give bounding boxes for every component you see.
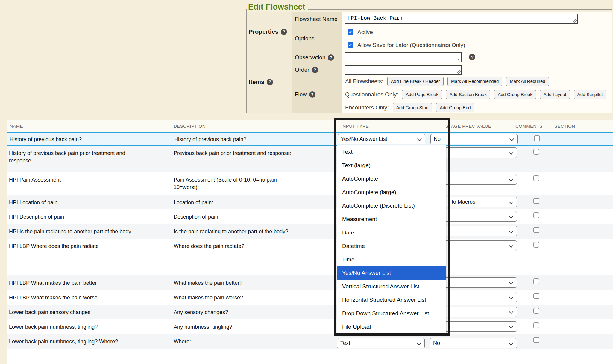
observation-input[interactable] <box>345 52 462 62</box>
table-row[interactable]: Lower back pain sensory changesAny senso… <box>7 305 613 319</box>
table-row[interactable]: HPI Is the pain radiating to another par… <box>7 224 613 239</box>
comments-checkbox[interactable] <box>533 278 539 284</box>
stage-prev-value: No <box>430 340 440 346</box>
flow-action-button[interactable]: Mark All Recommended <box>447 77 502 86</box>
dropdown-option[interactable]: AutoComplete <box>337 172 446 185</box>
flow-action-button[interactable]: Add Group End <box>436 103 474 112</box>
flow-action-button[interactable]: Add Section Break <box>446 90 490 99</box>
properties-cell: Properties ? <box>247 12 292 51</box>
comments-checkbox[interactable] <box>533 337 539 343</box>
item-description: Is the pain radiating to another part of… <box>174 228 335 235</box>
stage-prev-value: No <box>431 136 441 142</box>
chevron-down-icon <box>509 199 514 204</box>
flow-label: Flow <box>295 91 307 98</box>
flow-group-label[interactable]: Questionnaires Only: <box>345 91 398 98</box>
table-row[interactable]: HPI LBP What makes the pain betterWhat m… <box>7 275 613 290</box>
item-description: What makes the pain better? <box>174 279 335 287</box>
chevron-down-icon <box>509 324 514 329</box>
checkbox-checked[interactable]: ✓ <box>348 42 353 48</box>
help-icon[interactable]: ? <box>328 54 334 61</box>
items-cell: Items ? <box>247 51 292 113</box>
observation-label: Observation <box>295 54 325 61</box>
comments-checkbox[interactable] <box>533 149 539 155</box>
input-type-select[interactable]: Yes/No Answer List <box>338 134 425 144</box>
observation-label-cell: Observation ? <box>292 51 342 64</box>
help-icon[interactable]: ? <box>309 91 315 98</box>
column-header: SECTION <box>554 124 575 129</box>
chevron-down-icon <box>509 177 514 182</box>
item-description: History of previous back pain? <box>174 136 336 143</box>
dropdown-option[interactable]: AutoComplete (large) <box>337 185 446 199</box>
flow-label-cell: Flow ? <box>292 76 342 113</box>
item-name: HPI Pain Assessment <box>9 176 172 184</box>
item-description: Description of pain: <box>174 213 335 221</box>
flow-action-button[interactable]: Add Group Start <box>393 103 432 112</box>
help-icon[interactable]: ? <box>267 79 273 85</box>
comments-checkbox[interactable] <box>533 198 539 204</box>
flowsheet-name-input[interactable]: HPI-Low Back Pain <box>345 14 578 24</box>
column-header: DESCRIPTION <box>174 124 206 129</box>
dropdown-option[interactable]: Text <box>337 145 446 159</box>
dropdown-option[interactable]: Text (large) <box>337 159 446 172</box>
comments-checkbox[interactable] <box>534 135 540 141</box>
comments-checkbox[interactable] <box>533 308 539 314</box>
table-row[interactable]: History of previous back pain prior trea… <box>7 146 613 172</box>
item-description: Any sensory changes? <box>174 309 335 316</box>
comments-checkbox[interactable] <box>533 322 539 328</box>
table-row[interactable]: History of previous back pain?History of… <box>7 132 613 146</box>
item-description: Location of pain: <box>174 199 335 206</box>
items-label-row: Items ? <box>247 51 292 113</box>
flow-action-button[interactable]: Mark All Required <box>506 77 549 86</box>
option-row: ✓Active <box>348 28 373 36</box>
item-description: Where: <box>174 338 335 345</box>
stage-prev-value-select[interactable]: No <box>430 338 517 348</box>
dropdown-option[interactable]: Datetime <box>337 239 446 253</box>
table-row[interactable]: Lower back pain numbness, tingling?Any n… <box>7 319 613 334</box>
checkbox-label: Active <box>357 29 373 36</box>
item-description: Pain Assessment (Scale of 0-10: 0=no pai… <box>174 176 335 191</box>
dropdown-option[interactable]: Date <box>337 226 446 239</box>
flow-action-button[interactable]: Add Group Break <box>494 90 536 99</box>
column-header: STAGE PREV VALUE <box>445 124 491 129</box>
dropdown-option[interactable]: Vertical Structured Answer List <box>337 280 446 293</box>
comments-checkbox[interactable] <box>533 212 539 218</box>
input-type-select[interactable]: Text <box>337 338 425 348</box>
flowsheet-name-label-cell: Flowsheet Name <box>292 12 342 26</box>
page-title: Edit Flowsheet <box>247 2 308 12</box>
item-description: Where does the pain radiate? <box>174 243 335 250</box>
dropdown-option[interactable]: Yes/No Answer List <box>337 266 446 280</box>
dropdown-option[interactable]: Measurement <box>337 212 446 226</box>
chevron-down-icon <box>509 229 514 233</box>
comments-checkbox[interactable] <box>533 175 539 181</box>
dropdown-option[interactable]: File Upload <box>337 320 446 333</box>
dropdown-option[interactable]: Drop Down Structured Answer List <box>337 307 446 320</box>
dropdown-option[interactable]: Time <box>337 253 446 266</box>
help-icon[interactable]: ? <box>312 67 318 73</box>
help-icon[interactable]: ? <box>469 54 475 60</box>
stage-prev-value-select[interactable]: No <box>430 134 518 144</box>
flow-action-button[interactable]: Add Line Break / Header <box>387 77 444 86</box>
chevron-down-icon <box>509 295 514 299</box>
table-row[interactable]: Lower back pain numbness, tingling? Wher… <box>7 334 613 349</box>
flow-action-button[interactable]: Add Layout <box>540 90 570 99</box>
table-row[interactable]: HPI Description of painDescription of pa… <box>7 209 613 224</box>
comments-checkbox[interactable] <box>533 242 539 248</box>
item-name: History of previous back pain prior trea… <box>9 150 172 165</box>
comments-checkbox[interactable] <box>533 293 539 299</box>
chevron-down-icon <box>509 214 514 219</box>
chevron-down-icon <box>509 309 514 314</box>
table-row[interactable]: HPI Location of painLocation of pain:to … <box>7 195 613 209</box>
flow-action-button[interactable]: Add Page Break <box>402 90 442 99</box>
checkbox-checked[interactable]: ✓ <box>348 29 353 35</box>
help-icon[interactable]: ? <box>281 29 287 35</box>
flow-action-button[interactable]: Add Scriptlet <box>574 90 606 99</box>
dropdown-option[interactable]: AutoComplete (Discrete List) <box>337 199 446 212</box>
chevron-down-icon <box>417 137 422 141</box>
comments-checkbox[interactable] <box>533 227 539 233</box>
table-row[interactable]: HPI Pain AssessmentPain Assessment (Scal… <box>7 172 613 195</box>
table-row[interactable]: HPI LBP Where does the pain radiateWhere… <box>7 239 613 275</box>
table-header: NAMEDESCRIPTIONINPUT TYPESTAGE PREV VALU… <box>7 120 613 132</box>
table-row[interactable]: HPI LBP What makes the pain worseWhat ma… <box>7 290 613 305</box>
dropdown-option[interactable]: Horizontal Structured Answer List <box>337 293 446 307</box>
order-input[interactable] <box>345 65 462 75</box>
